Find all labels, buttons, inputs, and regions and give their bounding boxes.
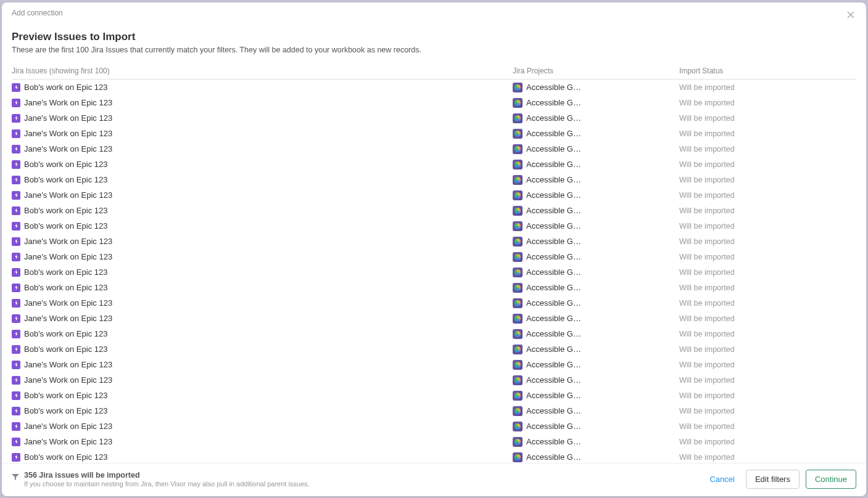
table-body[interactable]: Bob's work on Epic 123Accessible Gami…Wi… bbox=[12, 80, 856, 463]
table-row[interactable]: Bob's work on Epic 123Accessible Gami…Wi… bbox=[12, 80, 856, 95]
issue-title: Jane's Work on Epic 123 bbox=[24, 314, 112, 323]
epic-icon bbox=[12, 99, 20, 107]
table-row[interactable]: Jane's Work on Epic 123Accessible Gami…W… bbox=[12, 95, 856, 110]
table-row[interactable]: Bob's work on Epic 123Accessible Gami…Wi… bbox=[12, 388, 856, 403]
issue-cell: Bob's work on Epic 123 bbox=[12, 391, 513, 400]
import-status: Will be imported bbox=[679, 438, 856, 446]
issue-cell: Bob's work on Epic 123 bbox=[12, 160, 513, 169]
project-icon bbox=[513, 422, 523, 431]
project-name: Accessible Gami… bbox=[526, 175, 582, 184]
epic-icon bbox=[12, 83, 20, 92]
project-cell: Accessible Gami… bbox=[513, 391, 679, 401]
table-row[interactable]: Jane's Work on Epic 123Accessible Gami…W… bbox=[12, 418, 856, 434]
issue-cell: Jane's Work on Epic 123 bbox=[12, 375, 513, 385]
epic-icon bbox=[12, 407, 20, 415]
table-row[interactable]: Jane's Work on Epic 123Accessible Gami…W… bbox=[12, 311, 856, 326]
project-name: Accessible Gami… bbox=[526, 283, 582, 292]
import-status: Will be imported bbox=[679, 176, 856, 184]
project-cell: Accessible Gami… bbox=[513, 83, 679, 92]
issue-title: Jane's Work on Epic 123 bbox=[24, 98, 112, 107]
edit-filters-button[interactable]: Edit filters bbox=[746, 470, 800, 489]
project-icon bbox=[513, 190, 523, 200]
table-row[interactable]: Bob's work on Epic 123Accessible Gami…Wi… bbox=[12, 218, 856, 234]
project-name: Accessible Gami… bbox=[526, 345, 582, 354]
footer-info-group: 356 Jira issues will be imported If you … bbox=[12, 471, 310, 488]
project-icon bbox=[513, 360, 523, 370]
project-icon bbox=[513, 314, 523, 324]
project-cell: Accessible Gami… bbox=[513, 206, 679, 216]
issue-cell: Bob's work on Epic 123 bbox=[12, 267, 513, 277]
project-cell: Accessible Gami… bbox=[513, 252, 679, 262]
issue-title: Bob's work on Epic 123 bbox=[24, 391, 107, 400]
import-status: Will be imported bbox=[679, 191, 856, 200]
table-row[interactable]: Jane's Work on Epic 123Accessible Gami…W… bbox=[12, 372, 856, 388]
project-name: Accessible Gami… bbox=[526, 298, 582, 308]
issue-title: Jane's Work on Epic 123 bbox=[24, 375, 112, 385]
project-cell: Accessible Gami… bbox=[513, 113, 679, 123]
table-row[interactable]: Bob's work on Epic 123Accessible Gami…Wi… bbox=[12, 341, 856, 357]
table-row[interactable]: Bob's work on Epic 123Accessible Gami…Wi… bbox=[12, 403, 856, 418]
epic-icon bbox=[12, 391, 20, 400]
issue-title: Bob's work on Epic 123 bbox=[24, 345, 107, 354]
table-row[interactable]: Jane's Work on Epic 123Accessible Gami…W… bbox=[12, 187, 856, 203]
project-cell: Accessible Gami… bbox=[513, 267, 679, 277]
table-row[interactable]: Bob's work on Epic 123Accessible Gami…Wi… bbox=[12, 264, 856, 280]
issue-cell: Bob's work on Epic 123 bbox=[12, 283, 513, 292]
project-icon bbox=[513, 345, 523, 354]
table-row[interactable]: Jane's Work on Epic 123Accessible Gami…W… bbox=[12, 249, 856, 264]
table-row[interactable]: Jane's Work on Epic 123Accessible Gami…W… bbox=[12, 110, 856, 126]
project-name: Accessible Gami… bbox=[526, 113, 582, 123]
table-row[interactable]: Bob's work on Epic 123Accessible Gami…Wi… bbox=[12, 449, 856, 463]
project-icon bbox=[513, 329, 523, 339]
table-row[interactable]: Jane's Work on Epic 123Accessible Gami…W… bbox=[12, 434, 856, 449]
epic-icon bbox=[12, 222, 20, 231]
table-row[interactable]: Jane's Work on Epic 123Accessible Gami…W… bbox=[12, 141, 856, 157]
issue-title: Jane's Work on Epic 123 bbox=[24, 437, 112, 446]
table-row[interactable]: Jane's Work on Epic 123Accessible Gami…W… bbox=[12, 126, 856, 141]
issue-title: Jane's Work on Epic 123 bbox=[24, 113, 112, 123]
table-row[interactable]: Jane's Work on Epic 123Accessible Gami…W… bbox=[12, 234, 856, 249]
epic-icon bbox=[12, 253, 20, 261]
epic-icon bbox=[12, 129, 20, 138]
epic-icon bbox=[12, 284, 20, 292]
table-row[interactable]: Jane's Work on Epic 123Accessible Gami…W… bbox=[12, 295, 856, 311]
section-header: Preview Issues to Import These are the f… bbox=[2, 26, 866, 62]
issue-title: Jane's Work on Epic 123 bbox=[24, 360, 112, 369]
close-icon[interactable] bbox=[845, 9, 856, 22]
table-row[interactable]: Bob's work on Epic 123Accessible Gami…Wi… bbox=[12, 326, 856, 341]
issue-title: Jane's Work on Epic 123 bbox=[24, 237, 112, 246]
table-row[interactable]: Bob's work on Epic 123Accessible Gami…Wi… bbox=[12, 280, 856, 295]
issue-title: Bob's work on Epic 123 bbox=[24, 406, 107, 415]
table-row[interactable]: Bob's work on Epic 123Accessible Gami…Wi… bbox=[12, 172, 856, 187]
issue-cell: Jane's Work on Epic 123 bbox=[12, 113, 513, 123]
issue-cell: Bob's work on Epic 123 bbox=[12, 175, 513, 184]
project-icon bbox=[513, 406, 523, 416]
column-header-projects: Jira Projects bbox=[513, 67, 679, 75]
import-status: Will be imported bbox=[679, 453, 856, 462]
project-name: Accessible Gami… bbox=[526, 221, 582, 231]
import-status: Will be imported bbox=[679, 268, 856, 277]
cancel-button[interactable]: Cancel bbox=[705, 471, 739, 488]
import-status: Will be imported bbox=[679, 129, 856, 138]
epic-icon bbox=[12, 330, 20, 338]
column-header-status: Import Status bbox=[679, 67, 856, 75]
issue-cell: Jane's Work on Epic 123 bbox=[12, 190, 513, 200]
project-icon bbox=[513, 175, 523, 185]
project-icon bbox=[513, 437, 523, 447]
table-row[interactable]: Bob's work on Epic 123Accessible Gami…Wi… bbox=[12, 157, 856, 172]
issue-title: Bob's work on Epic 123 bbox=[24, 206, 107, 215]
table-row[interactable]: Bob's work on Epic 123Accessible Gami…Wi… bbox=[12, 203, 856, 218]
project-icon bbox=[513, 298, 523, 308]
import-status: Will be imported bbox=[679, 83, 856, 92]
project-cell: Accessible Gami… bbox=[513, 360, 679, 370]
import-status: Will be imported bbox=[679, 99, 856, 107]
filter-icon bbox=[12, 472, 19, 483]
import-status: Will be imported bbox=[679, 160, 856, 169]
project-cell: Accessible Gami… bbox=[513, 314, 679, 324]
import-status: Will be imported bbox=[679, 422, 856, 431]
issue-cell: Jane's Work on Epic 123 bbox=[12, 437, 513, 446]
table-row[interactable]: Jane's Work on Epic 123Accessible Gami…W… bbox=[12, 357, 856, 372]
project-name: Accessible Gami… bbox=[526, 267, 582, 277]
project-icon bbox=[513, 221, 523, 231]
continue-button[interactable]: Continue bbox=[806, 470, 856, 489]
